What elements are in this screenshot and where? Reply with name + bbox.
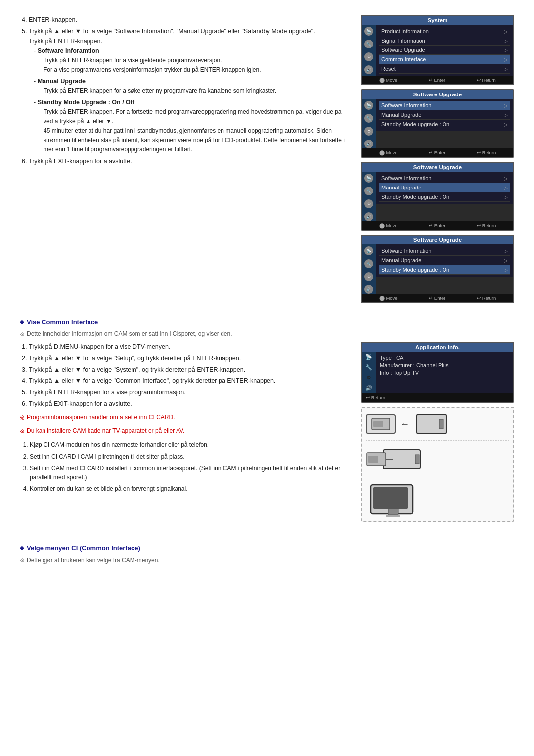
svg-rect-10 (373, 487, 408, 509)
icon-3-1: 📡 (364, 174, 373, 183)
footer-move-3: ⬤ Move (379, 223, 398, 228)
sub-desc-standby-2: 45 minutter etter at du har gatt inn i s… (44, 126, 351, 155)
icon-2: 🔧 (364, 40, 373, 48)
screen-sw-upgrade-2: Software Upgrade 📡 🔧 ⚙ 🔊 Software Inform… (361, 89, 514, 158)
icon-2-2: 🔧 (364, 114, 373, 123)
arrow-sw-3-1: ▷ (504, 176, 508, 181)
vise-step-3: Trykk på ▲ eller ▼ for a velge "System",… (29, 365, 351, 375)
icon-1: 📡 (364, 27, 373, 36)
ci-card-1 (366, 414, 396, 434)
menu-manual-4: Manual Upgrade ▷ (379, 256, 510, 265)
menu-standby-2: Standby Mode upgrade : On ▷ (379, 120, 510, 129)
screen-sw-upgrade-3: Software Upgrade 📡 🔧 ⚙ 🔊 Software Inform… (361, 162, 514, 231)
icon-3-3: ⚙ (364, 199, 373, 208)
menu-label-product: Product Information (381, 28, 429, 34)
arrow-sw-2-1: ▷ (504, 103, 508, 108)
menu-manual-3: Manual Upgrade ▷ (379, 183, 510, 192)
section-velge: Velge menyen CI (Common Interface) Dette… (20, 544, 514, 564)
screen-sw4-header: Software Upgrade (362, 236, 513, 244)
screen-sw-upgrade-4: Software Upgrade 📡 🔧 ⚙ 🔊 Software Inform… (361, 235, 514, 303)
velge-title: Velge menyen CI (Common Interface) (20, 544, 514, 552)
sidebar-icons-1: 📡 🔧 ⚙ 🔊 (362, 25, 376, 76)
sub-item-manual: Manual Upgrade Trykk på ENTER-knappen fo… (34, 76, 351, 95)
menu-label-reset: Reset (381, 66, 396, 72)
menu-manual-2: Manual Upgrade ▷ (379, 110, 510, 120)
menu-sw-info-4: Software Information ▷ (379, 246, 510, 256)
step5-enter: Trykk på ENTER-knappen. (29, 38, 102, 45)
screenshots-right: System 📡 🔧 ⚙ 🔊 Product Information ▷ (361, 15, 514, 303)
main-area-1: Product Information ▷ Signal Information… (376, 25, 513, 76)
menu-sw-info-2: Software Information ▷ (379, 101, 510, 110)
menu-standby-4: Standby Mode upgrade : On ▷ (379, 265, 510, 275)
arrow-sw-2-3: ▷ (504, 122, 508, 127)
arrow-sw-4-3: ▷ (504, 267, 508, 273)
screen-footer-1: ⬤ Move ↵ Enter ↩ Return (362, 76, 513, 84)
ci-step-2: Sett inn CI CARD i CAM i pilretningen ti… (30, 452, 351, 462)
app-icon-2: 🔧 (365, 364, 372, 371)
ci-tv-slot-1 (414, 412, 449, 436)
screen-footer-4: ⬤ Move ↵ Enter ↩ Return (362, 294, 513, 302)
vise-step-5: Trykk på ENTER-knappen for a vise progra… (29, 387, 351, 397)
icon-3-2: 🔧 (364, 187, 373, 195)
icon-4-3: ⚙ (364, 272, 373, 281)
ci-step-3: Sett inn CAM med CI CARD installert i co… (30, 464, 351, 482)
app-info-content: Type : CA Manufacturer : Channel Plus In… (376, 352, 513, 393)
icon-2-4: 🔊 (364, 140, 373, 148)
sub-desc-software-1: Trykk på ENTER-knappen for a vise gjelde… (44, 56, 351, 65)
vise-step-6: Trykk på EXIT-knappen for a avslutte. (29, 399, 351, 409)
footer-enter-1: ↵ Enter (429, 77, 445, 83)
app-info-header: Application Info. (362, 343, 513, 352)
screen-body-4: Software Information ▷ Manual Upgrade ▷ … (376, 244, 513, 277)
icon-2-1: 📡 (364, 101, 373, 110)
label-manual-4: Manual Upgrade (381, 257, 421, 263)
footer-enter-3: ↵ Enter (429, 223, 445, 228)
arrow-sw-2-2: ▷ (504, 112, 508, 118)
label-manual-3: Manual Upgrade (381, 185, 421, 190)
ci-row-3 (366, 482, 509, 517)
sub-item-software: Software Inforamtion Trykk på ENTER-knap… (34, 46, 351, 75)
sub-desc-manual: Trykk på ENTER-knappen for a søke etter … (44, 86, 351, 95)
ci-tv-svg-1 (414, 412, 449, 436)
ci-step-1: Kjøp CI CAM-modulen hos din nærmeste for… (30, 440, 351, 450)
footer-return-3: ↩ Return (477, 223, 496, 228)
app-icon-3: ⚙ (366, 375, 371, 381)
section-top: ENTER-knappen. Trykk på ▲ eller ▼ for a … (20, 15, 514, 303)
sub-desc-software-2: For a vise programvarens versjoninformas… (44, 65, 351, 75)
sub-desc-standby-1: Trykk på ENTER-knappen. For a fortsette … (44, 107, 351, 126)
app-info-sidebar: 📡 🔧 ⚙ 🔊 (362, 352, 376, 393)
app-type: Type : CA (380, 355, 509, 361)
ci-row-1: ← (366, 412, 509, 441)
ci-step-4: Kontroller om du kan se et bilde på en f… (30, 484, 351, 494)
app-footer-return: ↩ Return (366, 395, 385, 400)
menu-reset: Reset ▷ (379, 64, 510, 74)
note-install: Du kan installere CAM bade nar TV-appara… (20, 426, 351, 436)
vise-content: Trykk på D.MENU-knappen for a vise DTV-m… (20, 342, 514, 522)
app-icon-4: 🔊 (365, 385, 372, 391)
footer-return-1: ↩ Return (477, 77, 496, 83)
page-content: ENTER-knappen. Trykk på ▲ eller ▼ for a … (20, 15, 514, 564)
ci-diagram: ← (361, 407, 514, 522)
vise-steps-list: Trykk på D.MENU-knappen for a vise DTV-m… (29, 342, 351, 409)
vise-step-1: Trykk på D.MENU-knappen for a vise DTV-m… (29, 342, 351, 352)
vise-step-4: Trykk på ▲ eller ▼ for a velge "Common I… (29, 376, 351, 386)
menu-software-upgrade: Software Upgrade ▷ (379, 46, 510, 55)
menu-label-common: Common Interface (381, 56, 426, 62)
sidebar-icons-4: 📡 🔧 ⚙ 🔊 (362, 244, 376, 294)
main-area-3: Software Information ▷ Manual Upgrade ▷ … (376, 172, 513, 221)
screen-sw3-body: 📡 🔧 ⚙ 🔊 Software Information ▷ Ma (362, 172, 513, 221)
label-standby-3: Standby Mode upgrade : On (381, 194, 449, 200)
vise-note-main: Dette inneholder informasjon om CAM som … (20, 331, 514, 338)
menu-signal-info: Signal Information ▷ (379, 36, 510, 46)
footer-enter-2: ↵ Enter (429, 150, 445, 155)
icon-4-4: 🔊 (364, 285, 373, 294)
ci-install-list: Kjøp CI CAM-modulen hos din nærmeste for… (30, 440, 351, 494)
sidebar-icons-3: 📡 🔧 ⚙ 🔊 (362, 172, 376, 221)
app-info-footer: ↩ Return (362, 393, 513, 402)
ci-insert-svg (366, 446, 425, 473)
note-ci-card: Programinformasjonen handler om a sette … (20, 413, 351, 423)
screen-footer-2: ⬤ Move ↵ Enter ↩ Return (362, 148, 513, 157)
main-area-4: Software Information ▷ Manual Upgrade ▷ … (376, 244, 513, 294)
icon-3-4: 🔊 (364, 212, 373, 221)
footer-move-2: ⬤ Move (379, 150, 398, 155)
arrow-signal: ▷ (504, 38, 508, 44)
